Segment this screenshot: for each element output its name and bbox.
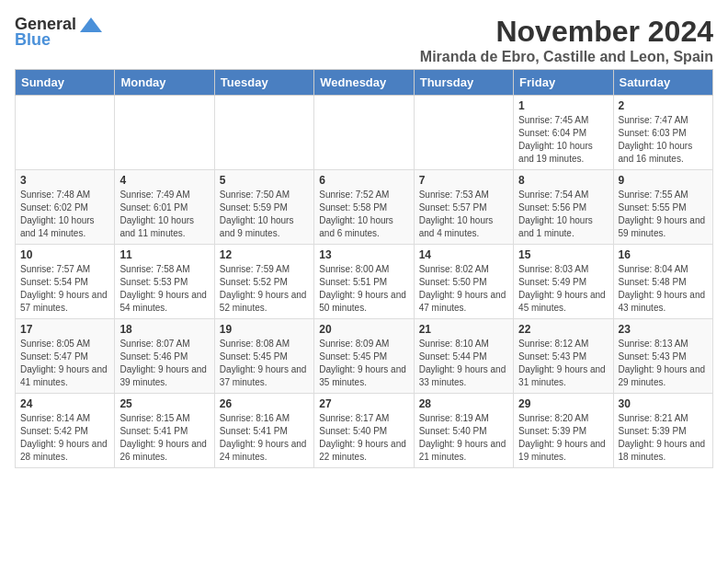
calendar-cell: 4Sunrise: 7:49 AM Sunset: 6:01 PM Daylig… xyxy=(115,170,214,245)
calendar-cell: 19Sunrise: 8:08 AM Sunset: 5:45 PM Dayli… xyxy=(214,319,313,394)
day-number: 4 xyxy=(119,174,209,187)
calendar-cell: 8Sunrise: 7:54 AM Sunset: 5:56 PM Daylig… xyxy=(514,170,613,245)
day-info: Sunrise: 7:52 AM Sunset: 5:58 PM Dayligh… xyxy=(319,189,408,240)
day-info: Sunrise: 7:47 AM Sunset: 6:03 PM Dayligh… xyxy=(619,114,708,166)
calendar-cell: 17Sunrise: 8:05 AM Sunset: 5:47 PM Dayli… xyxy=(16,319,115,394)
logo: General Blue xyxy=(15,15,104,50)
title-area: November 2024 Miranda de Ebro, Castille … xyxy=(420,15,713,65)
day-number: 18 xyxy=(119,323,209,336)
calendar-cell: 22Sunrise: 8:12 AM Sunset: 5:43 PM Dayli… xyxy=(514,319,613,394)
day-number: 24 xyxy=(20,397,109,410)
calendar-cell: 21Sunrise: 8:10 AM Sunset: 5:44 PM Dayli… xyxy=(414,319,513,394)
calendar-cell: 27Sunrise: 8:17 AM Sunset: 5:40 PM Dayli… xyxy=(314,394,414,468)
calendar-cell: 2Sunrise: 7:47 AM Sunset: 6:03 PM Daylig… xyxy=(613,96,712,170)
calendar-cell: 24Sunrise: 8:14 AM Sunset: 5:42 PM Dayli… xyxy=(16,394,115,468)
calendar-cell: 29Sunrise: 8:20 AM Sunset: 5:39 PM Dayli… xyxy=(514,394,613,468)
day-number: 30 xyxy=(619,397,708,410)
day-info: Sunrise: 7:55 AM Sunset: 5:55 PM Dayligh… xyxy=(619,189,708,240)
calendar-body: 1Sunrise: 7:45 AM Sunset: 6:04 PM Daylig… xyxy=(16,96,713,468)
day-number: 9 xyxy=(619,174,708,187)
weekday-header-cell: Tuesday xyxy=(214,70,313,96)
day-number: 25 xyxy=(119,397,209,410)
calendar-cell: 7Sunrise: 7:53 AM Sunset: 5:57 PM Daylig… xyxy=(414,170,513,245)
day-info: Sunrise: 8:17 AM Sunset: 5:40 PM Dayligh… xyxy=(319,412,408,464)
calendar-cell: 16Sunrise: 8:04 AM Sunset: 5:48 PM Dayli… xyxy=(613,245,712,319)
calendar-cell xyxy=(314,96,414,170)
day-info: Sunrise: 8:05 AM Sunset: 5:47 PM Dayligh… xyxy=(20,338,109,389)
calendar-cell: 13Sunrise: 8:00 AM Sunset: 5:51 PM Dayli… xyxy=(314,245,414,319)
day-info: Sunrise: 8:15 AM Sunset: 5:41 PM Dayligh… xyxy=(119,412,209,464)
day-number: 3 xyxy=(20,174,109,187)
calendar-cell xyxy=(214,96,313,170)
calendar-cell: 9Sunrise: 7:55 AM Sunset: 5:55 PM Daylig… xyxy=(613,170,712,245)
day-info: Sunrise: 7:48 AM Sunset: 6:02 PM Dayligh… xyxy=(20,189,109,240)
day-number: 17 xyxy=(20,323,109,336)
header: General Blue November 2024 Miranda de Eb… xyxy=(15,15,713,65)
day-info: Sunrise: 8:03 AM Sunset: 5:49 PM Dayligh… xyxy=(518,263,608,315)
day-number: 20 xyxy=(319,323,408,336)
day-info: Sunrise: 8:19 AM Sunset: 5:40 PM Dayligh… xyxy=(419,412,508,464)
day-number: 12 xyxy=(220,248,309,261)
day-info: Sunrise: 7:58 AM Sunset: 5:53 PM Dayligh… xyxy=(119,263,209,315)
day-info: Sunrise: 8:10 AM Sunset: 5:44 PM Dayligh… xyxy=(419,338,508,389)
calendar-cell: 12Sunrise: 7:59 AM Sunset: 5:52 PM Dayli… xyxy=(214,245,313,319)
calendar-cell: 14Sunrise: 8:02 AM Sunset: 5:50 PM Dayli… xyxy=(414,245,513,319)
calendar-week-row: 3Sunrise: 7:48 AM Sunset: 6:02 PM Daylig… xyxy=(16,170,713,245)
calendar-cell: 23Sunrise: 8:13 AM Sunset: 5:43 PM Dayli… xyxy=(613,319,712,394)
day-info: Sunrise: 8:13 AM Sunset: 5:43 PM Dayligh… xyxy=(619,338,708,389)
day-info: Sunrise: 8:20 AM Sunset: 5:39 PM Dayligh… xyxy=(518,412,608,464)
calendar-cell: 18Sunrise: 8:07 AM Sunset: 5:46 PM Dayli… xyxy=(115,319,214,394)
day-number: 7 xyxy=(419,174,508,187)
weekday-header-row: SundayMondayTuesdayWednesdayThursdayFrid… xyxy=(16,70,713,96)
day-info: Sunrise: 7:49 AM Sunset: 6:01 PM Dayligh… xyxy=(119,189,209,240)
day-info: Sunrise: 7:54 AM Sunset: 5:56 PM Dayligh… xyxy=(518,189,608,240)
calendar-cell: 25Sunrise: 8:15 AM Sunset: 5:41 PM Dayli… xyxy=(115,394,214,468)
day-number: 5 xyxy=(220,174,309,187)
calendar-cell xyxy=(115,96,214,170)
weekday-header-cell: Friday xyxy=(514,70,613,96)
weekday-header-cell: Monday xyxy=(115,70,214,96)
day-number: 26 xyxy=(220,397,309,410)
day-info: Sunrise: 8:09 AM Sunset: 5:45 PM Dayligh… xyxy=(319,338,408,389)
weekday-header-cell: Thursday xyxy=(414,70,513,96)
calendar-table: SundayMondayTuesdayWednesdayThursdayFrid… xyxy=(15,69,713,468)
calendar-cell xyxy=(414,96,513,170)
calendar-week-row: 10Sunrise: 7:57 AM Sunset: 5:54 PM Dayli… xyxy=(16,245,713,319)
day-number: 8 xyxy=(518,174,608,187)
logo-blue-text: Blue xyxy=(15,30,51,50)
day-number: 10 xyxy=(20,248,109,261)
day-info: Sunrise: 7:57 AM Sunset: 5:54 PM Dayligh… xyxy=(20,263,109,315)
weekday-header-cell: Wednesday xyxy=(314,70,414,96)
calendar-cell: 10Sunrise: 7:57 AM Sunset: 5:54 PM Dayli… xyxy=(16,245,115,319)
month-title: November 2024 xyxy=(420,15,713,49)
day-number: 14 xyxy=(419,248,508,261)
day-info: Sunrise: 8:16 AM Sunset: 5:41 PM Dayligh… xyxy=(220,412,309,464)
day-info: Sunrise: 7:59 AM Sunset: 5:52 PM Dayligh… xyxy=(220,263,309,315)
calendar-cell xyxy=(16,96,115,170)
calendar-cell: 26Sunrise: 8:16 AM Sunset: 5:41 PM Dayli… xyxy=(214,394,313,468)
weekday-header-cell: Saturday xyxy=(613,70,712,96)
svg-marker-0 xyxy=(80,17,102,32)
day-info: Sunrise: 8:04 AM Sunset: 5:48 PM Dayligh… xyxy=(619,263,708,315)
day-number: 2 xyxy=(619,99,708,112)
day-number: 23 xyxy=(619,323,708,336)
day-number: 27 xyxy=(319,397,408,410)
day-info: Sunrise: 8:02 AM Sunset: 5:50 PM Dayligh… xyxy=(419,263,508,315)
calendar-cell: 1Sunrise: 7:45 AM Sunset: 6:04 PM Daylig… xyxy=(514,96,613,170)
day-info: Sunrise: 8:00 AM Sunset: 5:51 PM Dayligh… xyxy=(319,263,408,315)
day-number: 6 xyxy=(319,174,408,187)
day-info: Sunrise: 7:50 AM Sunset: 5:59 PM Dayligh… xyxy=(220,189,309,240)
day-number: 13 xyxy=(319,248,408,261)
logo-icon xyxy=(78,16,104,34)
day-number: 29 xyxy=(518,397,608,410)
calendar-cell: 28Sunrise: 8:19 AM Sunset: 5:40 PM Dayli… xyxy=(414,394,513,468)
day-info: Sunrise: 8:12 AM Sunset: 5:43 PM Dayligh… xyxy=(518,338,608,389)
calendar-week-row: 17Sunrise: 8:05 AM Sunset: 5:47 PM Dayli… xyxy=(16,319,713,394)
day-number: 28 xyxy=(419,397,508,410)
day-info: Sunrise: 7:45 AM Sunset: 6:04 PM Dayligh… xyxy=(518,114,608,166)
day-number: 1 xyxy=(518,99,608,112)
calendar-cell: 11Sunrise: 7:58 AM Sunset: 5:53 PM Dayli… xyxy=(115,245,214,319)
calendar-cell: 20Sunrise: 8:09 AM Sunset: 5:45 PM Dayli… xyxy=(314,319,414,394)
day-info: Sunrise: 8:14 AM Sunset: 5:42 PM Dayligh… xyxy=(20,412,109,464)
calendar-cell: 5Sunrise: 7:50 AM Sunset: 5:59 PM Daylig… xyxy=(214,170,313,245)
